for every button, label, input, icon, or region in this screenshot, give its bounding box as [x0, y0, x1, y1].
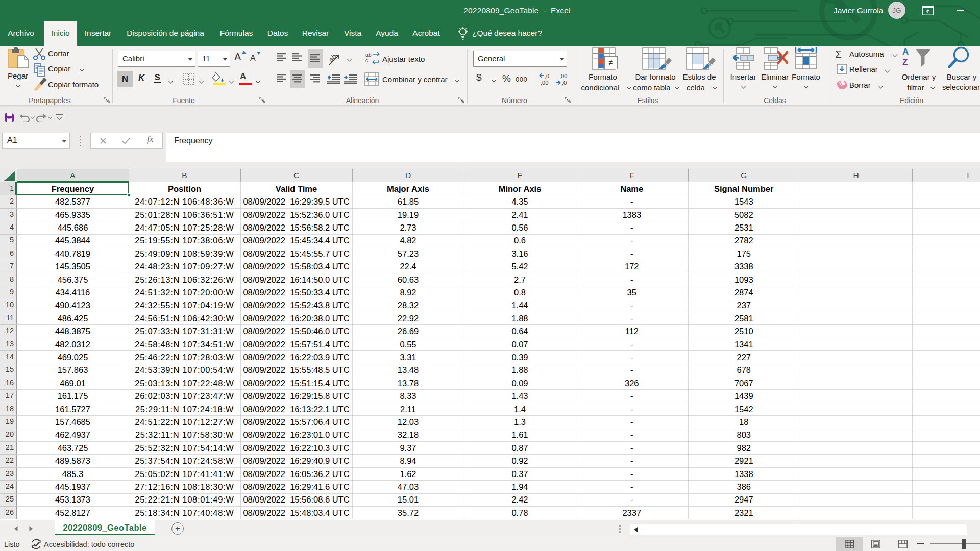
svg-text:,0: ,0 — [562, 80, 567, 86]
svg-text:,0: ,0 — [545, 73, 549, 79]
svg-text:,00: ,00 — [541, 80, 548, 86]
svg-text:,00: ,00 — [559, 73, 567, 79]
svg-text:ab: ab — [328, 53, 338, 63]
